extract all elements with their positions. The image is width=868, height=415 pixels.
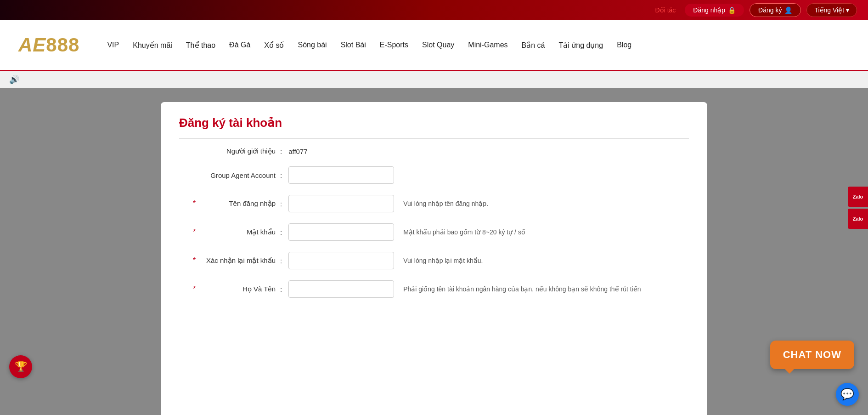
referrer-row: Người giới thiệu : aff077 [179, 147, 689, 155]
username-hint: Vui lòng nhập tên đăng nhập. [403, 200, 488, 207]
nav-mini-games[interactable]: Mini-Games [468, 41, 507, 49]
zalo-button-1[interactable]: Zalo [848, 187, 868, 207]
logo-text: AE888 [18, 34, 79, 56]
confirm-password-required: * [193, 256, 196, 265]
nav-slot-bai[interactable]: Slot Bài [341, 41, 366, 49]
nav-da-ga[interactable]: Đá Gà [229, 41, 250, 49]
nav-song-bai[interactable]: Sòng bài [298, 41, 327, 49]
nav-esports[interactable]: E-Sports [380, 41, 408, 49]
nav-slot-quay[interactable]: Slot Quay [422, 41, 454, 49]
password-label: * Mật khẩu [179, 228, 280, 236]
partner-link[interactable]: Đối tác [655, 6, 676, 14]
nav-vip[interactable]: VIP [107, 41, 119, 49]
fullname-hint: Phải giống tên tài khoản ngân hàng của b… [403, 285, 641, 293]
referrer-value: aff077 [288, 148, 307, 155]
username-colon: : [280, 200, 282, 208]
group-agent-input[interactable] [288, 166, 394, 184]
fullname-label: * Họ Và Tên [179, 285, 280, 293]
login-button[interactable]: Đăng nhập 🔒 [685, 4, 744, 17]
nav-xo-so[interactable]: Xổ số [264, 41, 284, 49]
main-content: Đăng ký tài khoản Người giới thiệu : aff… [0, 88, 868, 415]
nav-tai-ung-dung[interactable]: Tải ứng dụng [558, 41, 603, 49]
password-hint: Mật khẩu phải bao gồm từ 8~20 ký tự / số [403, 228, 525, 236]
fullname-row: * Họ Và Tên : Phải giống tên tài khoản n… [179, 280, 689, 298]
group-agent-label: Group Agent Account [179, 171, 280, 179]
registration-form-card: Đăng ký tài khoản Người giới thiệu : aff… [161, 102, 707, 415]
referrer-label: Người giới thiệu [179, 147, 280, 155]
referrer-colon: : [280, 148, 282, 155]
chat-now-button[interactable]: CHAT NOW [770, 341, 854, 369]
logo[interactable]: AE888 [18, 34, 79, 56]
form-title: Đăng ký tài khoản [179, 116, 689, 139]
chat-bubble-icon: 💬 [840, 388, 854, 401]
nav-khuyen-mai[interactable]: Khuyến mãi [133, 41, 172, 49]
nav-blog[interactable]: Blog [617, 41, 631, 49]
fullname-input[interactable] [288, 280, 394, 298]
password-row: * Mật khẩu : Mật khẩu phải bao gồm từ 8~… [179, 223, 689, 241]
username-input[interactable] [288, 195, 394, 212]
nav-ban-ca[interactable]: Bắn cá [522, 41, 545, 49]
language-button[interactable]: Tiếng Việt ▾ [806, 3, 857, 17]
zalo-sidebar: Zalo Zalo [848, 187, 868, 229]
username-row: * Tên đăng nhập : Vui lòng nhập tên đăng… [179, 195, 689, 212]
confirm-password-label: * Xác nhận lại mật khẩu [179, 256, 280, 265]
header: AE888 VIP Khuyến mãi Thể thao Đá Gà Xổ s… [0, 20, 868, 71]
chevron-down-icon: ▾ [846, 6, 849, 14]
confirm-password-input[interactable] [288, 252, 394, 269]
chat-bubble-button[interactable]: 💬 [836, 383, 859, 406]
password-required: * [193, 228, 196, 236]
audio-bar: 🔊 [0, 71, 868, 88]
register-button[interactable]: Đăng ký 👤 [750, 3, 801, 17]
username-label: * Tên đăng nhập [179, 199, 280, 208]
lock-icon: 🔒 [728, 6, 736, 14]
confirm-password-row: * Xác nhận lại mật khẩu : Vui lòng nhập … [179, 252, 689, 269]
group-agent-row: Group Agent Account : [179, 166, 689, 184]
password-colon: : [280, 228, 282, 236]
fullname-required: * [193, 285, 196, 293]
fullname-colon: : [280, 285, 282, 293]
audio-icon[interactable]: 🔊 [9, 74, 19, 85]
confirm-password-colon: : [280, 257, 282, 265]
trophy-button[interactable]: 🏆 [9, 355, 32, 378]
top-bar: Đối tác Đăng nhập 🔒 Đăng ký 👤 Tiếng Việt… [0, 0, 868, 20]
confirm-password-hint: Vui lòng nhập lại mật khẩu. [403, 257, 483, 264]
username-required: * [193, 199, 196, 208]
group-agent-colon: : [280, 171, 282, 179]
main-nav: VIP Khuyến mãi Thể thao Đá Gà Xổ số Sòng… [107, 41, 631, 50]
person-icon: 👤 [784, 6, 792, 14]
nav-the-thao[interactable]: Thể thao [186, 41, 215, 49]
password-input[interactable] [288, 223, 394, 241]
zalo-button-2[interactable]: Zalo [848, 209, 868, 229]
